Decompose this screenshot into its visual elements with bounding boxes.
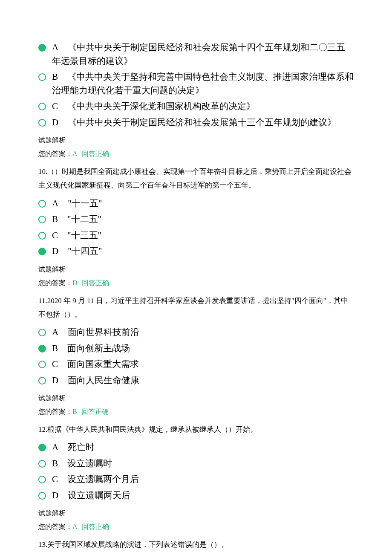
answer-result: 回答正确 bbox=[82, 279, 109, 286]
radio-selected-icon bbox=[38, 345, 46, 353]
your-answer: 您的答案：B回答正确 bbox=[38, 407, 354, 417]
q10-option-d[interactable]: D"十四五" bbox=[38, 245, 354, 258]
q11-option-d[interactable]: D面向人民生命健康 bbox=[38, 374, 354, 387]
q12-option-d[interactable]: D设立遗嘱两天后 bbox=[38, 489, 354, 503]
option-text: "十一五" bbox=[68, 198, 102, 208]
option-letter: C bbox=[52, 359, 58, 369]
q12-option-b[interactable]: B设立遗嘱时 bbox=[38, 457, 354, 471]
option-content: A"十一五" bbox=[52, 197, 354, 211]
radio-icon bbox=[38, 73, 46, 81]
answer-result: 回答正确 bbox=[82, 523, 109, 530]
radio-icon bbox=[38, 119, 46, 127]
option-content: B设立遗嘱时 bbox=[52, 457, 354, 471]
q9-option-b[interactable]: B《中共中央关于坚持和完善中国特色社会主义制度、推进国家治理体系和治理能力现代化… bbox=[38, 70, 354, 97]
option-letter: C bbox=[52, 101, 58, 111]
option-text: 《中共中央关于坚持和完善中国特色社会主义制度、推进国家治理体系和治理能力现代化若… bbox=[52, 72, 354, 95]
your-answer-prefix: 您的答案： bbox=[38, 523, 72, 530]
your-answer: 您的答案：D回答正确 bbox=[38, 278, 354, 288]
option-letter: A bbox=[52, 442, 58, 452]
option-content: D面向人民生命健康 bbox=[52, 374, 354, 387]
option-content: D《中共中央关于制定国民经济和社会发展第十三个五年规划的建议》 bbox=[52, 116, 354, 130]
option-text: 面向创新主战场 bbox=[67, 343, 130, 353]
question-text: 根据《中华人民共和国民法典》规定，继承从被继承人（）开始。 bbox=[47, 425, 257, 434]
q12-stem: 12.根据《中华人民共和国民法典》规定，继承从被继承人（）开始。 bbox=[38, 423, 354, 436]
option-letter: C bbox=[52, 474, 58, 484]
radio-selected-icon bbox=[38, 248, 46, 255]
answer-value: A bbox=[72, 150, 78, 157]
q11-option-a[interactable]: A面向世界科技前沿 bbox=[38, 326, 354, 339]
option-letter: B bbox=[52, 72, 58, 82]
option-content: C"十三五" bbox=[52, 229, 354, 243]
option-text: "十四五" bbox=[68, 246, 102, 256]
option-text: 《中共中央关于制定国民经济和社会发展第十四个五年规划和二〇三五年远景目标的建议》 bbox=[52, 42, 345, 66]
option-letter: A bbox=[52, 198, 58, 208]
option-text: "十三五" bbox=[67, 230, 101, 240]
radio-selected-icon bbox=[38, 444, 46, 451]
option-content: D"十四五" bbox=[52, 245, 354, 258]
answer-value: D bbox=[72, 279, 78, 286]
q10-option-b[interactable]: B"十二五" bbox=[38, 213, 354, 226]
option-letter: D bbox=[52, 490, 58, 500]
your-answer-prefix: 您的答案： bbox=[38, 279, 72, 286]
question-date: 2020 年 9 月 11 日， bbox=[47, 297, 110, 305]
option-text: 设立遗嘱时 bbox=[67, 458, 112, 468]
q10-stem: 10.（）时期是我国全面建成小康社会、实现第一个百年奋斗目标之后，乘势而上开启全… bbox=[38, 165, 354, 193]
option-letter: C bbox=[52, 230, 58, 240]
option-content: C面向国家重大需求 bbox=[52, 358, 354, 371]
option-content: C《中共中央关于深化党和国家机构改革的决定》 bbox=[52, 100, 354, 113]
q11-option-c[interactable]: C面向国家重大需求 bbox=[38, 358, 354, 371]
q11-stem: 11.2020 年 9 月 11 日，习近平主持召开科学家座谈会并发表重要讲话，… bbox=[38, 294, 354, 322]
q12-option-c[interactable]: C设立遗嘱两个月后 bbox=[38, 473, 354, 486]
radio-icon bbox=[38, 329, 46, 336]
option-letter: D bbox=[52, 375, 58, 385]
your-answer-prefix: 您的答案： bbox=[38, 408, 72, 415]
option-content: A面向世界科技前沿 bbox=[52, 326, 354, 339]
radio-icon bbox=[38, 377, 46, 384]
option-text: 《中共中央关于制定国民经济和社会发展第十三个五年规划的建议》 bbox=[68, 117, 336, 127]
analysis-label: 试题解析 bbox=[38, 393, 354, 403]
question-number: 10. bbox=[38, 168, 47, 176]
option-text: 《中共中央关于深化党和国家机构改革的决定》 bbox=[67, 101, 255, 111]
option-text: 死亡时 bbox=[68, 442, 95, 452]
option-content: B面向创新主战场 bbox=[52, 342, 354, 356]
radio-icon bbox=[38, 361, 46, 368]
question-number: 12. bbox=[38, 425, 47, 434]
analysis-label: 试题解析 bbox=[38, 135, 354, 145]
option-letter: B bbox=[52, 458, 58, 468]
your-answer: 您的答案：A回答正确 bbox=[38, 149, 354, 159]
option-content: B"十二五" bbox=[52, 213, 354, 226]
radio-icon bbox=[38, 460, 46, 468]
option-text: 面向世界科技前沿 bbox=[68, 327, 139, 337]
option-content: C设立遗嘱两个月后 bbox=[52, 473, 354, 486]
q9-option-c[interactable]: C《中共中央关于深化党和国家机构改革的决定》 bbox=[38, 100, 354, 113]
radio-icon bbox=[38, 216, 46, 223]
question-number: 11. bbox=[38, 297, 47, 305]
q10-option-a[interactable]: A"十一五" bbox=[38, 197, 354, 211]
option-text: 面向国家重大需求 bbox=[67, 359, 139, 369]
option-letter: B bbox=[52, 214, 58, 224]
option-letter: D bbox=[52, 246, 58, 256]
answer-result: 回答正确 bbox=[81, 408, 109, 415]
answer-value: A bbox=[72, 523, 78, 530]
option-text: "十二五" bbox=[67, 214, 101, 224]
option-text: 面向人民生命健康 bbox=[68, 375, 139, 385]
option-letter: A bbox=[52, 42, 58, 52]
q12-option-a[interactable]: A死亡时 bbox=[38, 441, 354, 454]
analysis-label: 试题解析 bbox=[38, 508, 354, 518]
question-number: 13. bbox=[38, 541, 47, 549]
answer-value: B bbox=[72, 408, 77, 415]
q11-option-b[interactable]: B面向创新主战场 bbox=[38, 342, 354, 356]
q9-option-a[interactable]: A《中共中央关于制定国民经济和社会发展第十四个五年规划和二〇三五年远景目标的建议… bbox=[38, 41, 354, 68]
option-content: A死亡时 bbox=[52, 441, 354, 454]
option-content: A《中共中央关于制定国民经济和社会发展第十四个五年规划和二〇三五年远景目标的建议… bbox=[52, 41, 354, 68]
q10-option-c[interactable]: C"十三五" bbox=[38, 229, 354, 243]
q9-option-d[interactable]: D《中共中央关于制定国民经济和社会发展第十三个五年规划的建议》 bbox=[38, 116, 354, 130]
option-text: 设立遗嘱两天后 bbox=[68, 490, 130, 500]
radio-selected-icon bbox=[38, 44, 46, 52]
option-letter: B bbox=[52, 343, 58, 353]
radio-icon bbox=[38, 103, 46, 110]
question-text: （）时期是我国全面建成小康社会、实现第一个百年奋斗目标之后，乘势而上开启全面建设… bbox=[38, 168, 352, 189]
radio-icon bbox=[38, 476, 46, 483]
radio-icon bbox=[38, 492, 46, 500]
option-letter: A bbox=[52, 327, 58, 337]
